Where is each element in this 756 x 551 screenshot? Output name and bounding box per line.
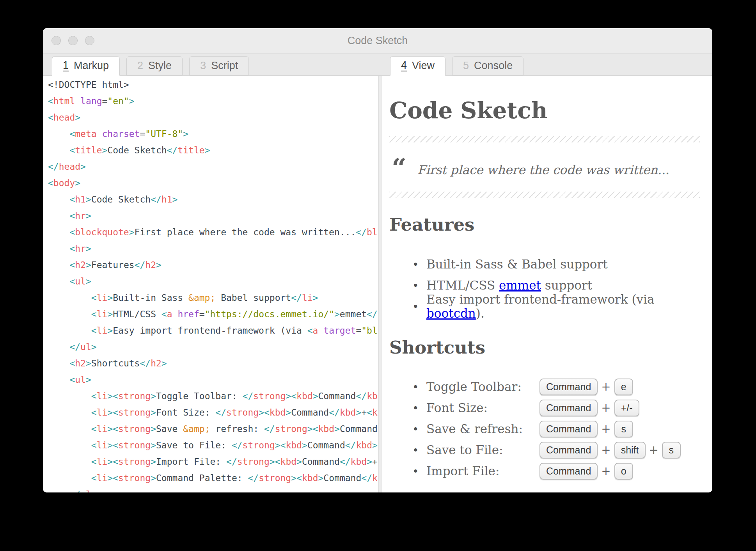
feature-text-part: support [541,278,592,292]
code-line: <h2>Features</h2> [48,257,378,273]
kbd-key: Command [539,379,598,395]
shortcuts-heading: Shortcuts [389,336,700,359]
striped-divider [389,192,700,198]
tab-shortcut-number: 5 [463,60,469,72]
features-heading: Features [389,213,700,236]
tab-style[interactable]: 2Style [126,56,183,76]
preview-title: Code Sketch [389,96,700,125]
tab-console[interactable]: 5Console [452,56,524,76]
app-window: Code Sketch 1Markup2Style3Script 4View5C… [43,28,712,492]
plus-separator: + [601,380,610,393]
content-area: <!DOCTYPE html><html lang="en"><head> <m… [43,76,712,492]
shortcut-item: •Font Size:Command++/- [389,397,700,418]
code-line: <li>HTML/CSS <a href="https://docs.emmet… [48,306,378,322]
bullet-icon: • [413,423,426,435]
code-line: <blockquote>First place where the code w… [48,224,378,240]
code-line: <li>Built-in Sass &amp; Babel support</l… [48,290,378,306]
code-line: </ul> [48,486,378,492]
preview-tab-group: 4View5Console [390,56,524,76]
code-line: <li>Easy import frontend-framework (via … [48,322,378,339]
kbd-key: s [662,442,681,459]
tab-label: Style [148,60,172,72]
close-button[interactable] [51,36,61,45]
quote-text: First place where the code was written..… [417,163,669,181]
feature-text-part: HTML/CSS [426,278,499,292]
traffic-lights [51,36,94,45]
feature-text-part: Built-in Sass & Babel support [426,257,608,271]
code-line: <meta charset="UTF-8"> [48,126,378,142]
shortcut-keys: Command+shift+s [539,442,681,459]
shortcut-keys: Command+e [539,379,633,395]
code-line: </head> [48,158,378,175]
kbd-key: Command [539,421,598,437]
editor-tab-group: 1Markup2Style3Script [52,56,249,76]
kbd-key: +/- [614,400,639,416]
shortcut-item: •Save & refresh:Command+s [389,418,700,439]
striped-divider [389,136,700,142]
shortcut-label: Save to File: [426,443,539,457]
window-title: Code Sketch [43,28,712,53]
preview-link[interactable]: emmet [499,278,541,292]
tab-label: Markup [74,60,109,72]
tab-shortcut-number: 1 [63,60,69,71]
code-line: <!DOCTYPE html> [48,76,378,93]
tab-script[interactable]: 3Script [189,56,249,76]
kbd-key: Command [539,463,598,480]
shortcut-label: Font Size: [426,401,539,415]
code-line: <li><strong>Font Size: </strong><kbd>Com… [48,404,378,421]
kbd-key: s [614,421,633,437]
plus-separator: + [601,443,610,457]
code-line: <head> [48,109,378,126]
code-line: <title>Code Sketch</title> [48,142,378,158]
shortcuts-list: •Toggle Toolbar:Command+e•Font Size:Comm… [389,376,700,482]
tab-markup[interactable]: 1Markup [52,56,120,76]
shortcut-label: Import File: [426,464,539,478]
code-line: <li><strong>Save to File: </strong><kbd>… [48,437,378,453]
minimize-button[interactable] [68,36,78,45]
tab-shortcut-number: 2 [137,60,143,72]
preview-link[interactable]: bootcdn [426,306,476,320]
pane-divider[interactable] [378,76,382,492]
shortcut-item: •Import File:Command+o [389,460,700,482]
feature-text-part: Easy import frontend-framework (via [426,292,655,306]
preview-pane[interactable]: Code Sketch “ First place where the code… [382,76,712,492]
bullet-icon: • [413,465,426,477]
bullet-icon: • [413,279,426,291]
bullet-icon: • [413,444,426,456]
plus-separator: + [601,464,610,478]
feature-text: Easy import frontend-framework (via boot… [426,292,700,320]
tab-view[interactable]: 4View [390,56,445,76]
shortcut-label: Toggle Toolbar: [426,380,539,394]
preview-blockquote: “ First place where the code was written… [389,154,700,181]
code-line: <li><strong>Toggle Toolbar: </strong><kb… [48,388,378,404]
tab-strip: 1Markup2Style3Script 4View5Console [43,53,712,76]
code-line: <ul> [48,371,378,388]
plus-separator: + [601,422,610,435]
code-line: <hr> [48,240,378,257]
code-line: <li><strong>Save &amp; refresh: </strong… [48,421,378,437]
kbd-key: e [614,379,633,395]
tab-label: Script [211,60,238,72]
feature-item: •Built-in Sass & Babel support [389,254,700,275]
feature-item: •Easy import frontend-framework (via boo… [389,296,700,317]
code-line: <li><strong>Import File: </strong><kbd>C… [48,453,378,470]
features-list: •Built-in Sass & Babel support•HTML/CSS … [389,254,700,317]
code-line: <ul> [48,273,378,290]
kbd-key: o [614,463,633,480]
plus-separator: + [601,401,610,414]
bullet-icon: • [413,402,426,414]
bullet-icon: • [413,300,426,312]
bullet-icon: • [413,258,426,270]
feature-text-part: ). [476,306,484,320]
zoom-button[interactable] [85,36,94,45]
quote-icon: “ [392,155,406,181]
shortcut-keys: Command+s [539,421,633,437]
plus-separator: + [649,443,658,457]
tab-label: View [412,60,435,72]
code-line: <html lang="en"> [48,93,378,109]
markup-editor[interactable]: <!DOCTYPE html><html lang="en"><head> <m… [43,76,378,492]
shortcut-keys: Command++/- [539,400,639,416]
tab-shortcut-number: 3 [200,60,206,72]
shortcut-keys: Command+o [539,463,633,480]
shortcut-item: •Toggle Toolbar:Command+e [389,376,700,397]
